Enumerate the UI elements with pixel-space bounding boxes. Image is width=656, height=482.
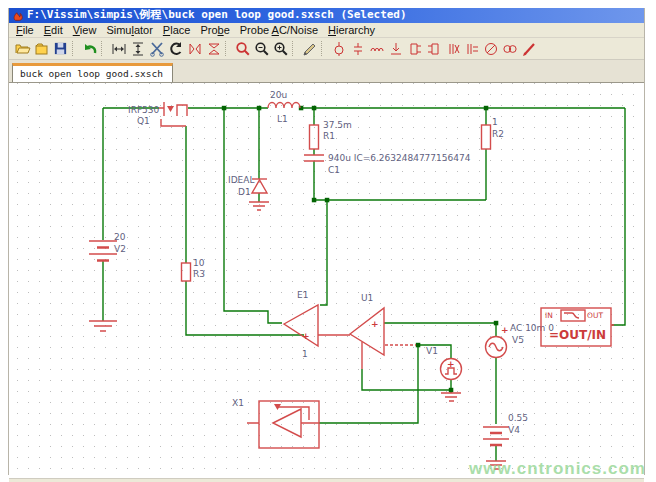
v4-ref-label[interactable]: V4 — [508, 425, 520, 435]
c1-value-label[interactable]: 940u IC=6.2632484777156474 — [328, 153, 471, 163]
cut-icon[interactable] — [147, 40, 166, 57]
v5-plus-mark: + — [501, 325, 509, 335]
winding-icon[interactable] — [462, 40, 481, 57]
new-schematic-icon[interactable] — [32, 40, 51, 57]
l1-value-label[interactable]: 20u — [270, 90, 287, 100]
menu-edit[interactable]: Edit — [39, 24, 68, 36]
probe-formula-label: =OUT/IN — [549, 328, 606, 342]
coupled-inductor-icon[interactable] — [500, 40, 519, 57]
mirror-vertical-icon[interactable] — [185, 40, 204, 57]
pwl-source-icon[interactable] — [424, 40, 443, 57]
r3-value-label[interactable]: 10 — [193, 258, 205, 268]
menu-file[interactable]: File — [11, 24, 39, 36]
tab-buck-open-loop[interactable]: buck open loop good.sxsch — [12, 63, 173, 82]
status-bar — [9, 478, 644, 482]
r2-ref-label[interactable]: R2 — [492, 129, 504, 139]
undo-icon[interactable] — [80, 40, 99, 57]
c1-ref-label[interactable]: C1 — [328, 165, 340, 175]
menu-bar: File Edit View Simulator Place Probe Pro… — [9, 23, 644, 38]
d1-value-label[interactable]: IDEAL — [228, 175, 254, 185]
toolbar-separator — [321, 41, 327, 56]
wire-pencil-icon[interactable] — [300, 40, 319, 57]
toolbar-separator — [101, 41, 107, 56]
zoom-in-icon[interactable] — [271, 40, 290, 57]
component-l1-inductor[interactable]: 20u L1 — [268, 90, 300, 124]
r2-value-label[interactable]: 1 — [492, 117, 498, 127]
menu-hierarchy[interactable]: Hierarchy — [323, 24, 380, 36]
probe-pencil-icon[interactable] — [519, 40, 538, 57]
component-r1-resistor[interactable]: 37.5m R1 — [310, 120, 352, 149]
open-icon[interactable] — [13, 40, 32, 57]
d1-ref-label[interactable]: D1 — [238, 187, 251, 197]
zoom-out-icon[interactable] — [252, 40, 271, 57]
probe-in-label: IN — [545, 311, 553, 320]
component-u1-comparator[interactable]: + U1 — [318, 293, 416, 369]
tab-label: buck open loop good.sxsch — [20, 68, 163, 79]
component-r3-resistor[interactable]: 10 R3 — [182, 258, 205, 281]
window-title: F:\Vissim\simpis\例程\buck open loop good.… — [27, 7, 407, 22]
component-e1-vcvs[interactable]: + E1 1 — [284, 290, 318, 359]
v2-ref-label[interactable]: V2 — [114, 244, 126, 254]
menu-view[interactable]: View — [68, 24, 102, 36]
component-q1-mosfet[interactable]: IRF530 Q1 — [128, 102, 187, 126]
tool-bar — [9, 38, 644, 60]
e1-ref-label[interactable]: E1 — [297, 290, 308, 300]
probe-out-label: OUT — [587, 311, 603, 320]
component-d1-diode[interactable]: IDEAL D1 — [228, 175, 269, 210]
v2-value-label[interactable]: 20 — [114, 232, 126, 242]
component-v2-source[interactable]: 20 V2 — [89, 232, 126, 331]
voltage-probe-icon[interactable] — [386, 40, 405, 57]
save-icon[interactable] — [51, 40, 70, 57]
rotate-icon[interactable] — [166, 40, 185, 57]
logic-gate-icon[interactable] — [405, 40, 424, 57]
component-r2-resistor[interactable]: 1 R2 — [482, 117, 504, 149]
q1-value-label[interactable]: IRF530 — [128, 105, 160, 115]
app-flame-icon — [12, 10, 23, 21]
inductor-icon[interactable] — [367, 40, 386, 57]
title-bar: F:\Vissim\simpis\例程\buck open loop good.… — [9, 8, 644, 23]
v1-ref-label[interactable]: V1 — [426, 346, 438, 356]
capacitor-icon[interactable] — [348, 40, 367, 57]
r3-ref-label[interactable]: R3 — [193, 269, 205, 279]
menu-probe-ac-noise[interactable]: Probe AC/Noise — [235, 24, 323, 36]
component-x1-subcircuit[interactable]: X1 — [232, 398, 319, 448]
v1-plus-mark: + — [447, 359, 455, 369]
toolbar-separator — [225, 41, 231, 56]
watermark-text: www.cntronics.com — [468, 459, 644, 478]
voltage-source-icon[interactable] — [329, 40, 348, 57]
mirror-horizontal-icon[interactable] — [204, 40, 223, 57]
component-c1-capacitor[interactable]: 940u IC=6.2632484777156474 C1 — [304, 153, 471, 175]
x1-ref-label[interactable]: X1 — [232, 398, 244, 408]
menu-simulator[interactable]: Simulator — [101, 24, 157, 36]
screenshot-root: F:\Vissim\simpis\例程\buck open loop good.… — [0, 0, 656, 482]
simetrix-window: F:\Vissim\simpis\例程\buck open loop good.… — [8, 8, 645, 475]
e1-plus-mark: + — [302, 331, 310, 341]
l1-ref-label[interactable]: L1 — [277, 114, 288, 124]
v5-ref-label[interactable]: V5 — [512, 335, 524, 345]
schematic-svg: IRF530 Q1 20u L1 IDEAL D1 37.5m R — [9, 83, 644, 478]
u1-ref-label[interactable]: U1 — [361, 293, 373, 303]
junction-dots — [222, 106, 499, 393]
menu-place[interactable]: Place — [158, 24, 196, 36]
transformer-icon[interactable] — [443, 40, 462, 57]
schematic-canvas[interactable]: IRF530 Q1 20u L1 IDEAL D1 37.5m R — [9, 83, 644, 478]
e1-value-label[interactable]: 1 — [302, 349, 308, 359]
zoom-area-icon[interactable] — [233, 40, 252, 57]
v4-value-label[interactable]: 0.55 — [508, 413, 528, 423]
tab-strip: buck open loop good.sxsch — [9, 60, 644, 83]
menu-probe[interactable]: Probe — [195, 24, 234, 36]
v5-value-label[interactable]: AC 10m 0 — [510, 323, 554, 333]
fit-width-icon[interactable] — [109, 40, 128, 57]
r1-value-label[interactable]: 37.5m — [323, 120, 352, 130]
component-v1-source[interactable]: + V1 — [426, 346, 462, 401]
toolbar-separator — [292, 41, 298, 56]
toolbar-separator — [72, 41, 78, 56]
fit-page-icon[interactable] — [128, 40, 147, 57]
bode-probe-icon[interactable] — [481, 40, 500, 57]
u1-plus-mark: + — [371, 319, 379, 329]
q1-ref-label[interactable]: Q1 — [137, 116, 150, 126]
r1-ref-label[interactable]: R1 — [323, 131, 335, 141]
